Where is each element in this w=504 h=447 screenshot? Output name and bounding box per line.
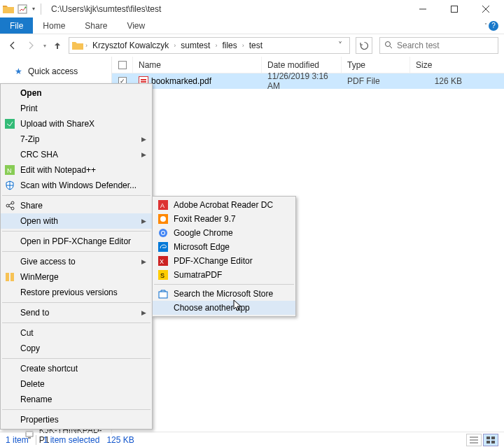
menu-item-restore[interactable]: Restore previous versions xyxy=(1,285,152,300)
breadcrumb-segment[interactable]: test xyxy=(246,41,265,50)
svg-rect-39 xyxy=(486,437,490,439)
menu-item-send-to[interactable]: Send to▶ xyxy=(1,305,152,320)
menu-item-crc-sha[interactable]: CRC SHA▶ xyxy=(1,147,152,162)
up-button[interactable] xyxy=(50,38,64,52)
folder-icon xyxy=(72,41,83,50)
svg-rect-30 xyxy=(158,242,168,252)
view-details-button[interactable] xyxy=(466,434,482,446)
menu-item-winmerge[interactable]: WinMerge xyxy=(1,269,152,285)
menu-item-cut[interactable]: Cut xyxy=(1,325,152,341)
column-type[interactable]: Type xyxy=(342,57,410,73)
defender-icon xyxy=(4,180,16,190)
menu-item-properties[interactable]: Properties xyxy=(1,412,152,427)
share-icon xyxy=(4,201,16,211)
menu-item-print[interactable]: Print xyxy=(1,101,152,116)
search-icon xyxy=(384,41,393,51)
menu-item-pdfxchange[interactable]: Open in PDF-XChange Editor xyxy=(1,234,152,249)
file-row[interactable]: ✓ bookmarked.pdf 11/26/2019 3:16 AM PDF … xyxy=(112,73,504,89)
tab-home[interactable]: Home xyxy=(33,17,75,34)
column-date[interactable]: Date modified xyxy=(262,57,342,73)
column-checkbox[interactable] xyxy=(112,57,133,73)
chevron-right-icon: ▶ xyxy=(141,309,146,316)
file-date: 11/26/2019 3:16 AM xyxy=(262,71,342,91)
sumatra-icon: S xyxy=(157,270,169,280)
tab-file[interactable]: File xyxy=(0,17,33,34)
maximize-button[interactable] xyxy=(438,0,470,17)
column-size[interactable]: Size xyxy=(410,57,504,73)
status-bar: 1 item 1 item selected 125 KB xyxy=(0,432,504,447)
submenu-item-sumatra[interactable]: SSumatraPDF xyxy=(153,268,295,282)
menu-item-rename[interactable]: Rename xyxy=(1,392,152,407)
chevron-right-icon: ▶ xyxy=(141,258,146,265)
svg-rect-41 xyxy=(486,441,490,444)
help-icon[interactable]: ? xyxy=(489,21,498,31)
pdfxchange-icon: X xyxy=(157,256,169,266)
tab-view[interactable]: View xyxy=(117,17,155,34)
store-icon xyxy=(157,289,169,299)
submenu-item-chrome[interactable]: Google Chrome xyxy=(153,226,295,240)
column-name[interactable]: Name xyxy=(133,57,262,73)
expand-ribbon-icon[interactable]: ˅ xyxy=(484,22,487,29)
chevron-right-icon[interactable]: › xyxy=(241,42,245,49)
submenu-item-foxit[interactable]: Foxit Reader 9.7 xyxy=(153,212,295,226)
search-box[interactable]: Search test xyxy=(379,37,498,54)
submenu-item-pdfxchange[interactable]: XPDF-XChange Editor xyxy=(153,254,295,268)
qat-dropdown-icon[interactable]: ▾ xyxy=(32,6,35,12)
sidebar-item-label: Quick access xyxy=(28,66,78,76)
sidebar-item-quick-access[interactable]: ★ Quick access xyxy=(0,64,111,79)
menu-item-copy[interactable]: Copy xyxy=(1,341,152,356)
status-item-count: 1 item xyxy=(6,435,29,445)
minimize-button[interactable] xyxy=(407,0,438,17)
status-selection: 1 item selected xyxy=(43,435,100,445)
svg-rect-0 xyxy=(18,5,27,13)
breadcrumb-segment[interactable]: files xyxy=(219,41,239,50)
window-title: C:\Users\kjk\sumtest\files\test xyxy=(51,4,161,14)
file-type: PDF File xyxy=(342,76,410,86)
menu-item-shortcut[interactable]: Create shortcut xyxy=(1,361,152,376)
svg-line-20 xyxy=(9,206,12,208)
history-dropdown-icon[interactable]: ▾ xyxy=(43,43,46,49)
svg-rect-2 xyxy=(451,6,457,12)
file-name: bookmarked.pdf xyxy=(151,76,211,86)
submenu-item-choose-app[interactable]: Choose another app xyxy=(153,301,295,315)
back-button[interactable] xyxy=(6,38,20,52)
address-bar[interactable]: › Krzysztof Kowalczyk › sumtest › files … xyxy=(69,37,350,54)
menu-item-share[interactable]: Share xyxy=(1,198,152,213)
breadcrumb-segment[interactable]: Krzysztof Kowalczyk xyxy=(90,41,172,50)
menu-item-sharex[interactable]: Upload with ShareX xyxy=(1,116,152,132)
tab-share[interactable]: Share xyxy=(75,17,117,34)
svg-line-19 xyxy=(9,204,12,205)
menu-item-give-access[interactable]: Give access to▶ xyxy=(1,254,152,269)
menu-item-7zip[interactable]: 7-Zip▶ xyxy=(1,132,152,147)
menu-item-notepadpp[interactable]: NEdit with Notepad++ xyxy=(1,162,152,178)
refresh-button[interactable] xyxy=(356,37,372,54)
separator xyxy=(41,3,41,15)
submenu-item-edge[interactable]: Microsoft Edge xyxy=(153,240,295,254)
menu-item-delete[interactable]: Delete xyxy=(1,376,152,392)
menu-item-open[interactable]: Open xyxy=(1,85,152,101)
breadcrumb-segment[interactable]: sumtest xyxy=(178,41,213,50)
svg-text:X: X xyxy=(160,258,164,265)
chrome-icon xyxy=(157,228,169,238)
menu-item-defender[interactable]: Scan with Windows Defender... xyxy=(1,178,152,193)
chevron-right-icon[interactable]: › xyxy=(214,42,218,49)
close-button[interactable] xyxy=(470,0,501,17)
address-dropdown-icon[interactable]: ˅ xyxy=(334,41,346,50)
menu-item-open-with[interactable]: Open with▶ xyxy=(1,213,152,229)
view-thumbnails-button[interactable] xyxy=(483,434,498,446)
svg-point-29 xyxy=(162,232,164,234)
status-size: 125 KB xyxy=(106,435,134,445)
save-icon[interactable] xyxy=(17,3,28,15)
title-bar: ▾ C:\Users\kjk\sumtest\files\test xyxy=(0,0,504,17)
sharex-icon xyxy=(4,119,16,129)
file-size: 126 KB xyxy=(410,76,504,86)
ribbon-tabs: File Home Share View ˅ ? xyxy=(0,17,504,34)
submenu-item-store[interactable]: Search the Microsoft Store xyxy=(153,287,295,301)
svg-rect-21 xyxy=(6,273,9,281)
chevron-right-icon[interactable]: › xyxy=(85,42,88,49)
chevron-right-icon: ▶ xyxy=(141,218,146,225)
chevron-right-icon[interactable]: › xyxy=(173,42,176,49)
ribbon-help[interactable]: ˅ ? xyxy=(477,17,504,34)
submenu-item-acrobat[interactable]: AAdobe Acrobat Reader DC xyxy=(153,198,295,212)
forward-button[interactable] xyxy=(24,38,38,52)
